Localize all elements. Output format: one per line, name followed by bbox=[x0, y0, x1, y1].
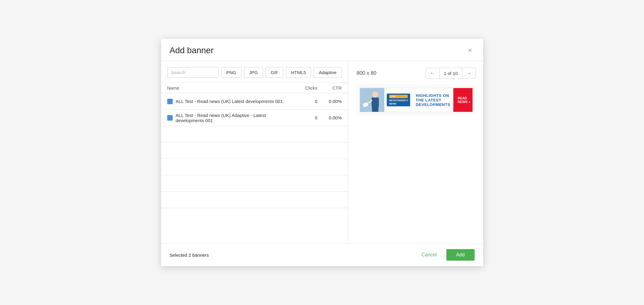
bubble-line1: METATRADER 5 bbox=[389, 99, 408, 102]
table-row[interactable]: ALL Test - Read news (UK) Latest develop… bbox=[161, 93, 348, 110]
prev-page-button[interactable]: ← bbox=[426, 68, 440, 78]
row-name-text-2: ALL Test - Read news (UK) Adaptive - Lat… bbox=[176, 113, 293, 123]
filter-adaptive-button[interactable]: Adaptive bbox=[313, 67, 341, 78]
banner-size: 800 x 80 bbox=[357, 70, 376, 76]
svg-point-1 bbox=[372, 91, 378, 98]
dialog-header: Add banner × bbox=[161, 39, 483, 61]
row-name-2: ALL Test - Read news (UK) Adaptive - Lat… bbox=[167, 113, 293, 123]
filter-jpg-button[interactable]: JPG bbox=[244, 67, 263, 78]
table-rows: ALL Test - Read news (UK) Latest develop… bbox=[161, 93, 348, 243]
empty-row bbox=[161, 192, 348, 208]
search-filter-row: PNG JPG GIF HTML5 Adaptive bbox=[161, 67, 348, 83]
cta-text: READNEWS » bbox=[458, 96, 470, 104]
preview-header: 800 x 80 ← 1 of 10 → bbox=[357, 68, 476, 79]
right-panel: 800 x 80 ← 1 of 10 → bbox=[348, 61, 485, 243]
bubble-line2: NEWS bbox=[389, 102, 396, 105]
table-row[interactable]: ALL Test - Read news (UK) Adaptive - Lat… bbox=[161, 110, 348, 126]
empty-row bbox=[161, 126, 348, 142]
live-badge: LIVE bbox=[389, 95, 408, 98]
banner-headline: HIGHLIGHTS ON THE LATEST DEVELOPMENTS bbox=[413, 93, 453, 107]
row-clicks-1: 0 bbox=[293, 99, 317, 104]
banner-cta: READNEWS » bbox=[453, 88, 473, 112]
search-input[interactable] bbox=[167, 67, 219, 78]
row-checkbox-1[interactable] bbox=[167, 99, 173, 104]
add-banner-dialog: Add banner × PNG JPG GIF HTML5 Adaptive … bbox=[161, 39, 483, 266]
col-clicks: Clicks bbox=[293, 85, 317, 91]
dialog-title: Add banner bbox=[170, 46, 214, 55]
close-button[interactable]: × bbox=[466, 46, 475, 55]
pagination: ← 1 of 10 → bbox=[426, 68, 476, 79]
banner-preview: LIVE METATRADER 5 NEWS HIGHLIGHTS ON THE… bbox=[357, 85, 476, 115]
page-info: 1 of 10 bbox=[440, 68, 462, 78]
filter-html5-button[interactable]: HTML5 bbox=[286, 67, 311, 78]
row-ctr-1: 0.00% bbox=[317, 99, 342, 104]
row-name-1: ALL Test - Read news (UK) Latest develop… bbox=[167, 99, 293, 104]
filter-gif-button[interactable]: GIF bbox=[265, 67, 283, 78]
person-silhouette-icon bbox=[360, 88, 384, 112]
empty-row bbox=[161, 175, 348, 192]
dialog-body: PNG JPG GIF HTML5 Adaptive Name Clicks C… bbox=[161, 61, 483, 243]
row-checkbox-2[interactable] bbox=[167, 115, 173, 121]
row-clicks-2: 0 bbox=[293, 115, 317, 120]
empty-row bbox=[161, 142, 348, 159]
add-button[interactable]: Add bbox=[446, 249, 474, 261]
row-ctr-2: 0.00% bbox=[317, 115, 342, 120]
selected-info: Selected 2 banners bbox=[170, 252, 209, 258]
banner-person-area bbox=[360, 88, 384, 112]
banner-bubble: LIVE METATRADER 5 NEWS bbox=[387, 94, 410, 106]
dialog-footer: Selected 2 banners Cancel Add bbox=[161, 243, 483, 266]
empty-row bbox=[161, 159, 348, 175]
next-page-button[interactable]: → bbox=[462, 68, 476, 78]
svg-marker-3 bbox=[372, 103, 379, 112]
table-header: Name Clicks CTR bbox=[161, 83, 348, 93]
left-panel: PNG JPG GIF HTML5 Adaptive Name Clicks C… bbox=[161, 61, 348, 243]
col-name: Name bbox=[167, 85, 293, 91]
banner-ad: LIVE METATRADER 5 NEWS HIGHLIGHTS ON THE… bbox=[360, 88, 473, 112]
col-ctr: CTR bbox=[317, 85, 342, 91]
footer-actions: Cancel Add bbox=[417, 249, 474, 261]
row-name-text-1: ALL Test - Read news (UK) Latest develop… bbox=[176, 99, 283, 104]
cancel-button[interactable]: Cancel bbox=[417, 250, 441, 260]
filter-png-button[interactable]: PNG bbox=[221, 67, 242, 78]
